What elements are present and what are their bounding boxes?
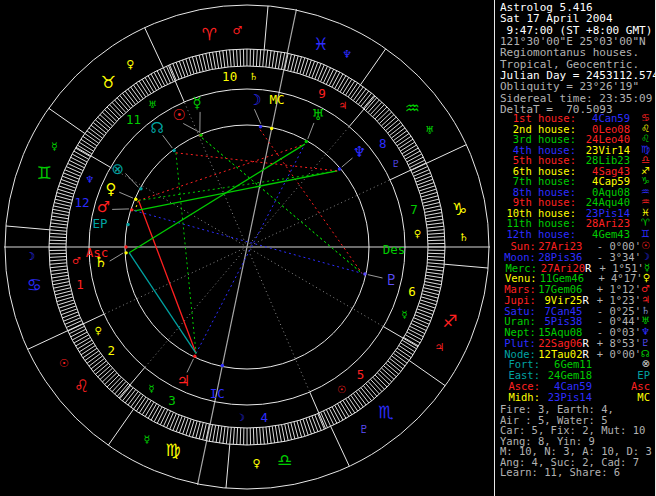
- retrograde-flag: [592, 392, 599, 403]
- house-value: 24Aqu40: [576, 197, 630, 208]
- sign-glyph: ♉: [100, 72, 115, 92]
- planet-marker-uranus: [305, 140, 308, 143]
- house-number: 7: [410, 202, 418, 217]
- aspect-line-square: [139, 200, 197, 353]
- sign-ruler-icon: ♃: [435, 341, 445, 354]
- planet-marker-node: [172, 149, 175, 152]
- house-row: 7th house:4Cap59♑: [500, 176, 652, 187]
- planet-pointer: [187, 359, 193, 373]
- sign-divider: [426, 145, 466, 164]
- wheel-planet-fortune: ⊗: [112, 160, 125, 178]
- house-ruler-icon: ♂: [72, 255, 81, 266]
- house-ruler-icon: ☽: [236, 412, 245, 423]
- planet-pointer: [183, 123, 199, 132]
- angle-marker-mc: [270, 127, 273, 130]
- sign-divider: [264, 6, 268, 50]
- sign-glyph: ♐: [442, 311, 457, 331]
- zodiac-sign-icon: ♋: [641, 113, 652, 124]
- house-ruler-icon: ☿: [148, 383, 154, 394]
- planet-pointer: [126, 173, 139, 187]
- house-cusp-line: [76, 147, 111, 167]
- house-number: 4: [261, 410, 269, 425]
- wheel-planet-sun: ☉: [172, 106, 185, 124]
- house-number: 1: [76, 277, 84, 292]
- planet-position: 22Sag06: [536, 338, 583, 349]
- planet-pointer: [119, 192, 133, 198]
- house-row: 12th house:4Gem43♊: [500, 229, 652, 240]
- wheel-planet-venus: ♀: [105, 180, 116, 198]
- planet-position: 23Pis14: [540, 392, 592, 403]
- wheel-planet-jupiter: ♃: [176, 372, 189, 390]
- sign-glyph: ♊: [36, 163, 51, 183]
- sign-glyph: ♈: [202, 24, 217, 44]
- planet-declination: + 1°23': [589, 295, 641, 306]
- aspect-line-conj: [135, 200, 139, 210]
- house-ruler-icon: ♀: [94, 325, 101, 336]
- zodiac-sign-icon: ♑: [641, 176, 652, 187]
- sign-divider: [409, 361, 445, 386]
- planet-icon: ☽: [641, 252, 652, 263]
- planet-row: Jupi:9Vir25R+ 1°23'♃: [500, 295, 652, 306]
- zodiac-sign-icon: ♈: [641, 218, 652, 229]
- planet-declination: [599, 359, 607, 370]
- wheel-planet-neptune: ♆: [353, 143, 366, 161]
- sign-divider: [49, 108, 85, 133]
- zodiac-sign-icon: ♌: [641, 134, 652, 145]
- planet-marker-neptune: [338, 167, 341, 170]
- house-number: 11: [126, 112, 141, 127]
- aspect-line-trine: [176, 153, 196, 354]
- planet-pointer: [308, 123, 314, 139]
- planet-icon: ♃: [641, 295, 652, 306]
- house-label: 12th house:: [500, 229, 576, 240]
- chart-wheel: ♈♂♉♀♊☿♋☽♌☉♍☿♎♀♏♇♐♃♑♄♒♅♓♆1♂2♀3☿4☽5☉6☿7♀8♇…: [0, 0, 494, 496]
- wheel-planet-node: ☊: [151, 119, 164, 137]
- house-number: 3: [168, 393, 176, 408]
- house-row: 5th house:28Lib23♎: [500, 155, 652, 166]
- stat-line: Learn: 11, Share: 6: [500, 467, 652, 478]
- planet-list: Sun:27Ari23 - 0°00'☉Moon:28Pis36 - 3°34'…: [500, 241, 652, 402]
- house-number: 5: [357, 367, 365, 382]
- angle-label-ic: IC: [210, 386, 225, 401]
- house-value: 28Ari23: [576, 218, 630, 229]
- angle-marker-ep: [126, 223, 129, 226]
- planet-marker-mars: [130, 208, 133, 211]
- aspect-line-opp: [196, 144, 305, 353]
- sign-glyph: ♌: [74, 376, 89, 396]
- angle-marker-ic: [221, 364, 224, 367]
- house-ruler-icon: ♅: [148, 99, 157, 110]
- planet-label: Moon:: [500, 252, 536, 263]
- sign-divider: [108, 409, 133, 445]
- house-cusp-spoke: [247, 247, 383, 327]
- sign-ruler-icon: ♇: [359, 423, 369, 436]
- zodiac-sign-icon: ♊: [641, 229, 652, 240]
- planet-row: Midh:23Pis14 MC: [500, 392, 652, 403]
- sign-ruler-icon: ♅: [425, 124, 435, 137]
- planet-marker-mercury: [199, 133, 202, 136]
- sign-divider: [444, 264, 488, 268]
- house-value: 4Gem43: [576, 229, 630, 240]
- planet-declination: - 3°34': [589, 252, 641, 263]
- sign-divider: [145, 28, 164, 68]
- sign-glyph: ♓: [313, 34, 328, 54]
- house-row: 11th house:28Ari23♈: [500, 218, 652, 229]
- sign-ruler-icon: ♂: [233, 24, 243, 37]
- house-cusp-line: [383, 327, 418, 347]
- house-row: 1st house:4Can59♋: [500, 113, 652, 124]
- zodiac-sign-icon: ♒: [641, 197, 652, 208]
- stats-block: Fire: 3, Earth: 4,Air : 5, Water: 5Car: …: [500, 404, 652, 478]
- planet-position: 9Vir25: [536, 295, 583, 306]
- planet-label: Asce:: [500, 381, 540, 392]
- planet-declination: + 8°53': [589, 338, 641, 349]
- planet-row: Moon:28Pis36 - 3°34'☽: [500, 252, 652, 263]
- angle-label-des: Des: [383, 242, 406, 257]
- house-cusp-spoke: [145, 247, 247, 367]
- house-label: 9th house:: [500, 197, 576, 208]
- angle-marker-asc: [124, 245, 127, 248]
- planet-position: 28Pis36: [536, 252, 583, 263]
- wheel-planet-mars: ♂: [97, 198, 110, 216]
- angle-label-mc: MC: [270, 92, 285, 107]
- house-list: 1st house:4Can59♋2nd house:0Leo08♌3rd ho…: [500, 113, 652, 239]
- house-ruler-icon: ☉: [337, 384, 346, 395]
- house-cusp-line: [310, 392, 326, 429]
- planet-icon: ♇: [641, 338, 652, 349]
